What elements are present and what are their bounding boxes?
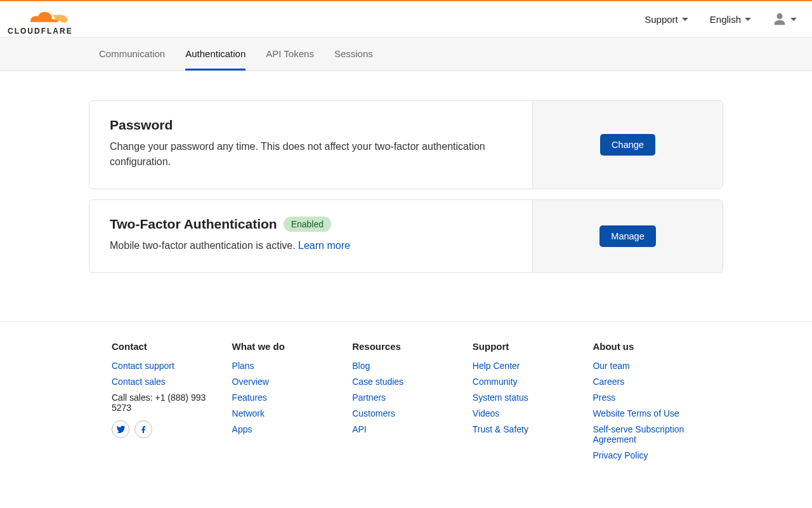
status-badge: Enabled [284,217,331,232]
password-card: Password Change your password any time. … [89,100,723,189]
footer-support: Support Help Center Community System sta… [473,341,580,466]
two-factor-heading: Two-Factor Authentication Enabled [110,217,512,232]
footer-whatwedo-heading: What we do [232,341,340,352]
content: Password Change your password any time. … [89,71,723,321]
footer-link[interactable]: Our team [593,361,629,371]
footer-link[interactable]: API [352,424,367,434]
two-factor-card: Two-Factor Authentication Enabled Mobile… [89,199,723,273]
footer-resources-heading: Resources [352,341,460,352]
footer: Contact Contact support Contact sales Ca… [0,321,812,491]
language-label: English [710,14,741,25]
footer-link[interactable]: Website Terms of Use [593,408,679,418]
footer-support-heading: Support [473,341,580,352]
footer-contact: Contact Contact support Contact sales Ca… [112,341,219,466]
footer-about: About us Our team Careers Press Website … [593,341,700,466]
footer-link[interactable]: Help Center [473,361,520,371]
footer-link[interactable]: Case studies [352,377,403,387]
facebook-icon [140,425,148,434]
tab-bar: Communication Authentication API Tokens … [0,37,812,71]
tab-authentication[interactable]: Authentication [185,37,246,70]
footer-link[interactable]: Videos [473,408,500,418]
language-menu[interactable]: English [710,14,751,25]
chevron-down-icon [682,18,688,21]
header-right: Support English [645,12,797,26]
footer-link[interactable]: Press [593,392,615,403]
password-desc: Change your password any time. This does… [110,139,512,170]
twitter-link[interactable] [112,420,129,438]
footer-link[interactable]: Network [232,408,265,418]
footer-link[interactable]: Trust & Safety [473,424,528,434]
support-label: Support [645,14,678,25]
footer-link[interactable]: Plans [232,361,254,371]
two-factor-title: Two-Factor Authentication [110,217,277,232]
learn-more-link[interactable]: Learn more [298,240,350,251]
chevron-down-icon [745,18,751,21]
main-header: CLOUDFLARE Support English [0,1,812,37]
footer-link[interactable]: Careers [593,377,624,387]
footer-link[interactable]: Customers [352,408,395,418]
footer-link[interactable]: Overview [232,377,269,387]
avatar-icon [773,12,787,26]
account-menu[interactable] [773,12,797,26]
change-password-button[interactable]: Change [600,134,655,156]
chevron-down-icon [790,18,797,21]
footer-whatwedo: What we do Plans Overview Features Netwo… [232,341,340,466]
footer-link[interactable]: Apps [232,424,252,434]
footer-link[interactable]: Partners [352,392,386,403]
footer-link[interactable]: Privacy Policy [593,450,648,460]
twitter-icon [117,425,125,434]
password-heading: Password [110,117,512,133]
footer-resources: Resources Blog Case studies Partners Cus… [352,341,460,466]
footer-link[interactable]: System status [473,392,528,403]
social-links [112,420,219,438]
contact-sales-link[interactable]: Contact sales [112,377,166,387]
contact-support-link[interactable]: Contact support [112,361,174,371]
footer-link[interactable]: Blog [352,361,370,371]
tab-communication[interactable]: Communication [99,37,165,70]
footer-about-heading: About us [593,341,700,352]
footer-link[interactable]: Community [473,377,518,387]
facebook-link[interactable] [134,420,152,438]
two-factor-desc: Mobile two-factor authentication is acti… [110,238,512,253]
tab-sessions[interactable]: Sessions [334,37,373,70]
manage-2fa-button[interactable]: Manage [599,225,655,247]
footer-link[interactable]: Features [232,392,267,403]
footer-link[interactable]: Self-serve Subscription Agreement [593,424,684,444]
footer-contact-heading: Contact [112,341,219,352]
brand-name: CLOUDFLARE [8,27,73,36]
tab-api-tokens[interactable]: API Tokens [266,37,314,70]
call-sales-text: Call sales: +1 (888) 993 5273 [112,392,219,413]
two-factor-desc-text: Mobile two-factor authentication is acti… [110,240,296,251]
support-menu[interactable]: Support [645,14,688,25]
